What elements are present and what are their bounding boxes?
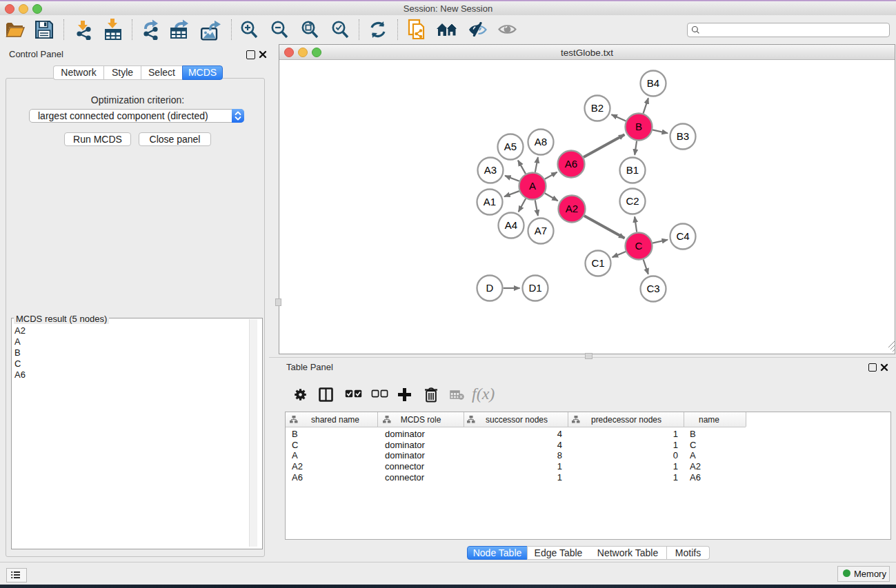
svg-text:A4: A4	[505, 219, 517, 231]
svg-text:C4: C4	[676, 230, 689, 242]
svg-text:A1: A1	[484, 196, 496, 207]
svg-text:D1: D1	[528, 282, 541, 294]
svg-text:dominator: dominator	[385, 450, 425, 460]
svg-text:A6: A6	[292, 472, 303, 483]
svg-text:shared name: shared name	[311, 415, 359, 425]
svg-text:A5: A5	[504, 141, 517, 152]
svg-text:A: A	[690, 450, 696, 460]
svg-text:A2: A2	[566, 203, 578, 214]
svg-text:predecessor nodes: predecessor nodes	[591, 415, 661, 425]
svg-text:B4: B4	[647, 77, 659, 89]
svg-text:1: 1	[557, 461, 562, 472]
svg-text:A3: A3	[484, 164, 497, 176]
svg-text:1: 1	[673, 440, 678, 450]
svg-text:B3: B3	[677, 130, 689, 142]
svg-text:connector: connector	[385, 461, 425, 472]
svg-text:A: A	[292, 450, 298, 460]
svg-text:name: name	[699, 415, 719, 425]
svg-text:C: C	[635, 240, 643, 252]
svg-text:4: 4	[557, 429, 562, 439]
svg-text:1: 1	[673, 429, 678, 439]
svg-text:B1: B1	[626, 164, 639, 176]
svg-text:A8: A8	[535, 136, 547, 148]
svg-text:A2: A2	[690, 461, 701, 472]
svg-text:A6: A6	[690, 472, 701, 483]
svg-text:8: 8	[557, 450, 562, 460]
svg-text:A: A	[529, 180, 536, 192]
svg-text:C2: C2	[626, 195, 639, 207]
svg-text:connector: connector	[385, 472, 425, 483]
svg-text:dominator: dominator	[385, 429, 425, 439]
svg-text:A2: A2	[292, 461, 303, 472]
svg-text:0: 0	[673, 450, 678, 460]
svg-text:C3: C3	[646, 283, 659, 294]
svg-text:B2: B2	[591, 102, 604, 114]
svg-text:successor nodes: successor nodes	[486, 415, 548, 425]
svg-text:dominator: dominator	[385, 440, 425, 450]
svg-text:B: B	[690, 429, 696, 439]
svg-text:B: B	[635, 121, 642, 132]
svg-text:A6: A6	[565, 158, 577, 170]
svg-text:4: 4	[557, 440, 562, 450]
svg-text:C: C	[292, 440, 298, 450]
svg-text:B: B	[292, 429, 298, 439]
svg-text:D: D	[486, 282, 494, 294]
svg-text:1: 1	[673, 461, 678, 472]
svg-text:C: C	[690, 440, 696, 450]
svg-text:A7: A7	[535, 225, 547, 236]
svg-text:1: 1	[557, 472, 562, 483]
svg-text:1: 1	[673, 472, 678, 483]
svg-text:C1: C1	[591, 257, 604, 269]
svg-text:MCDS role: MCDS role	[401, 415, 441, 425]
